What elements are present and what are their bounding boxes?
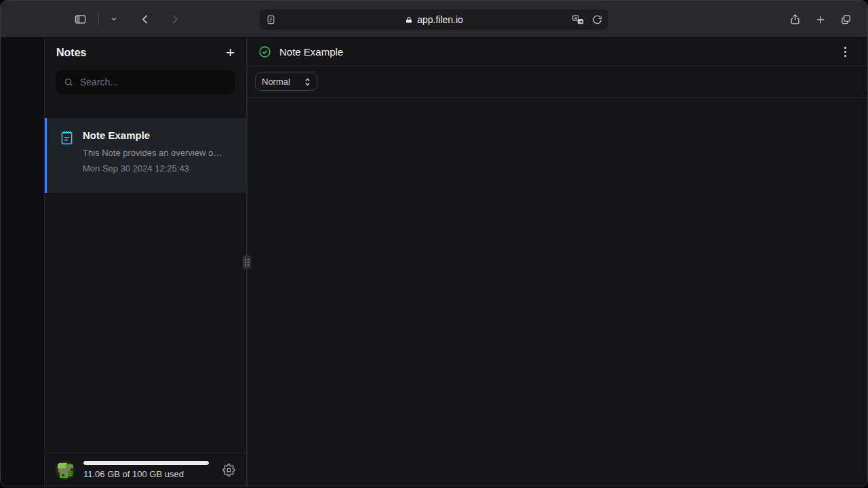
minimize-window-button[interactable] [29,15,38,24]
search-input[interactable]: Search... [56,70,235,94]
back-icon[interactable] [135,14,156,25]
reader-mode-icon[interactable] [266,14,276,25]
forward-icon[interactable] [164,14,185,25]
format-select-value: Normal [262,77,290,87]
panel-drag-handle-icon[interactable] [243,256,251,269]
avatar[interactable] [56,461,75,480]
notes-panel: Notes + Search... Note Example This Note… [45,38,246,487]
note-item-preview: This Note provides an overview o… [83,148,222,158]
svg-text:A: A [574,16,578,20]
note-item-title: Note Example [83,129,222,141]
search-placeholder: Search... [80,77,118,87]
reload-icon[interactable] [592,15,602,25]
format-toolbar: Normal [248,66,867,98]
lock-icon [405,16,413,24]
url-text: app.filen.io [417,14,463,25]
search-icon [64,77,74,87]
zoom-window-button[interactable] [43,15,52,24]
note-item-date: Mon Sep 30 2024 12:25:43 [83,163,222,174]
kebab-menu-icon[interactable] [844,47,846,57]
storage-usage-text: 11.06 GB of 100 GB used [83,469,214,479]
tab-group-chevron-icon[interactable] [105,15,123,23]
storage-progress-fill [83,461,209,465]
note-editor-header: Note Example [248,38,867,66]
note-icon [60,130,73,193]
note-title: Note Example [279,46,343,58]
tab-overview-icon[interactable] [840,14,852,25]
divider [98,13,99,25]
settings-gear-icon[interactable] [222,464,235,476]
browser-chrome: app.filen.io A★ [1,1,867,38]
address-bar[interactable]: app.filen.io A★ [260,9,608,30]
storage-footer: 11.06 GB of 100 GB used [45,453,246,487]
sidebar-toggle-icon[interactable] [68,13,92,26]
note-list-item[interactable]: Note Example This Note provides an overv… [45,118,246,193]
new-note-button[interactable]: + [226,45,235,60]
translate-icon[interactable]: A★ [572,14,585,26]
note-list-empty-space [45,193,246,453]
note-content-editor[interactable] [248,98,867,487]
new-tab-icon[interactable] [815,14,826,25]
close-window-button[interactable] [15,15,24,24]
note-editor: Note Example Normal [248,38,867,487]
traffic-lights [15,15,52,24]
notes-panel-title: Notes [56,47,86,59]
synced-check-icon [258,45,271,58]
app-sidebar-rail [1,38,45,487]
storage-progress-bar [83,461,209,465]
chevron-up-down-icon [304,77,311,87]
browser-window: app.filen.io A★ [0,0,868,487]
svg-text:★: ★ [579,19,583,23]
format-select[interactable]: Normal [255,73,317,91]
panel-resize-divider[interactable] [246,38,248,487]
share-icon[interactable] [789,13,801,26]
